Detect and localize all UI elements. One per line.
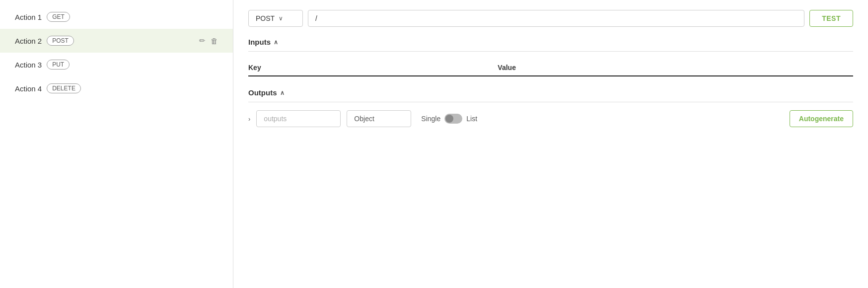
params-table: Key Value bbox=[248, 60, 853, 76]
method-badge-action4: DELETE bbox=[47, 83, 81, 93]
method-select[interactable]: POST ∨ bbox=[248, 10, 303, 27]
inputs-chevron-icon: ∧ bbox=[274, 39, 278, 46]
action-item-action3[interactable]: Action 3PUT bbox=[0, 53, 233, 76]
method-badge-action3: PUT bbox=[47, 60, 70, 70]
delete-icon[interactable]: 🗑 bbox=[211, 37, 218, 45]
left-panel: Action 1GETAction 2POST✏🗑Action 3PUTActi… bbox=[0, 0, 233, 288]
outputs-name-input[interactable] bbox=[256, 110, 341, 127]
toggle-knob bbox=[445, 115, 453, 123]
outputs-section: Outputs ∧ › Single List Autogenerate bbox=[248, 88, 853, 127]
action-label-action2: Action 2 bbox=[15, 37, 42, 45]
action-label-action3: Action 3 bbox=[15, 61, 42, 69]
action-label-action4: Action 4 bbox=[15, 84, 42, 93]
url-input[interactable] bbox=[308, 10, 804, 27]
list-label: List bbox=[466, 115, 477, 123]
outputs-type-input[interactable] bbox=[347, 110, 411, 127]
method-chevron-icon: ∨ bbox=[279, 15, 283, 22]
outputs-tabs bbox=[248, 102, 853, 102]
method-badge-action1: GET bbox=[47, 12, 70, 22]
inputs-tabs bbox=[248, 51, 853, 52]
test-button[interactable]: TEST bbox=[809, 10, 853, 27]
action-label-action1: Action 1 bbox=[15, 13, 42, 21]
outputs-label: Outputs bbox=[248, 88, 277, 97]
top-bar: POST ∨ TEST bbox=[248, 10, 853, 27]
right-panel: POST ∨ TEST Inputs ∧ Key Value bbox=[233, 0, 868, 288]
single-label: Single bbox=[421, 115, 440, 123]
action-icons-action2: ✏🗑 bbox=[199, 36, 218, 45]
outputs-row: › Single List Autogenerate bbox=[248, 110, 853, 127]
edit-icon[interactable]: ✏ bbox=[199, 36, 206, 45]
method-badge-action2: POST bbox=[47, 36, 74, 46]
method-value: POST bbox=[256, 14, 275, 22]
inputs-section-header[interactable]: Inputs ∧ bbox=[248, 38, 853, 46]
toggle-switch[interactable] bbox=[444, 114, 462, 124]
col-value: Value bbox=[498, 60, 853, 76]
outputs-expand-icon[interactable]: › bbox=[248, 115, 250, 123]
autogenerate-button[interactable]: Autogenerate bbox=[790, 110, 853, 127]
single-list-toggle: Single List bbox=[421, 114, 477, 124]
outputs-chevron-icon: ∧ bbox=[280, 89, 285, 96]
col-key: Key bbox=[248, 60, 498, 76]
inputs-label: Inputs bbox=[248, 38, 271, 46]
action-item-action2[interactable]: Action 2POST✏🗑 bbox=[0, 29, 233, 53]
outputs-section-header[interactable]: Outputs ∧ bbox=[248, 88, 853, 97]
action-item-action4[interactable]: Action 4DELETE bbox=[0, 76, 233, 100]
action-item-action1[interactable]: Action 1GET bbox=[0, 5, 233, 29]
inputs-section: Inputs ∧ Key Value bbox=[248, 38, 853, 76]
